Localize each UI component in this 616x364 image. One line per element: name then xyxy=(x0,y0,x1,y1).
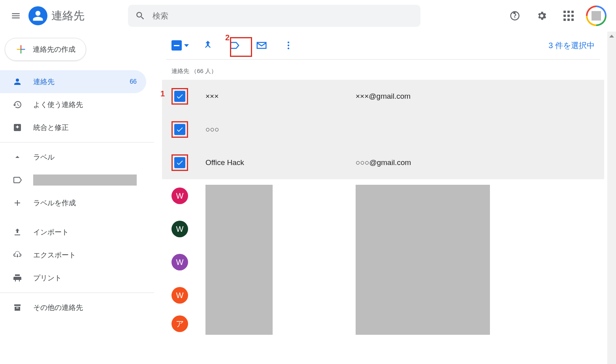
manage-labels-button[interactable] xyxy=(227,38,243,53)
svg-rect-1 xyxy=(21,49,25,50)
sidebar: 連絡先の作成 連絡先 66 よく使う連絡先 統合と修正 ラベル xyxy=(0,32,154,364)
main-menu-button[interactable] xyxy=(6,6,25,25)
label-icon xyxy=(13,175,22,185)
print-icon xyxy=(13,273,22,283)
sidebar-item-label: プリント xyxy=(33,273,62,283)
contact-list: ××× ×××@gmail.com ○○○ xyxy=(162,80,604,336)
sidebar-labels-header[interactable]: ラベル xyxy=(0,146,146,169)
sidebar-other-contacts[interactable]: その他の連絡先 xyxy=(0,296,146,319)
contact-row[interactable]: Office Hack ○○○@gmail.com xyxy=(162,146,604,179)
create-contact-button[interactable]: 連絡先の作成 xyxy=(5,38,86,61)
scroll-up-button[interactable] xyxy=(607,32,616,40)
merge-icon xyxy=(202,40,213,51)
avatar: W xyxy=(171,188,188,204)
header: 連絡先 xyxy=(0,0,616,32)
selection-count: 3 件を選択中 xyxy=(548,40,595,51)
help-icon xyxy=(509,10,520,21)
more-actions-button[interactable] xyxy=(281,38,296,53)
sidebar-item-label: ラベル xyxy=(33,152,55,162)
help-button[interactable] xyxy=(505,6,524,25)
divider xyxy=(0,293,154,293)
contact-row[interactable]: ××× ×××@gmail.com xyxy=(162,80,604,113)
app-logo xyxy=(28,6,47,25)
vertical-scrollbar[interactable] xyxy=(607,32,616,364)
label-outline-icon xyxy=(229,39,241,51)
sidebar-item-label: 統合と修正 xyxy=(33,123,69,132)
merge-fix-icon xyxy=(13,123,22,132)
contact-row[interactable]: ○○○ xyxy=(162,113,604,146)
sidebar-label-item[interactable] xyxy=(0,169,146,191)
apps-button[interactable] xyxy=(559,6,578,25)
create-contact-label: 連絡先の作成 xyxy=(33,45,75,54)
redacted-label xyxy=(33,174,137,186)
apps-grid-icon xyxy=(563,11,574,21)
avatar: W xyxy=(171,221,188,237)
mail-icon xyxy=(256,39,267,51)
select-all-toggle[interactable] xyxy=(171,40,189,51)
svg-rect-4 xyxy=(21,49,21,50)
gear-icon xyxy=(536,10,547,21)
svg-rect-0 xyxy=(21,45,21,49)
search-input[interactable] xyxy=(153,11,413,21)
sidebar-item-label: インポート xyxy=(33,227,69,237)
contact-name: ××× xyxy=(205,92,356,101)
contact-name: Office Hack xyxy=(205,158,356,167)
history-icon xyxy=(13,100,22,109)
indeterminate-checkbox-icon xyxy=(171,40,182,51)
triangle-up-icon xyxy=(609,35,614,38)
sidebar-item-label: その他の連絡先 xyxy=(33,303,83,312)
email-button[interactable] xyxy=(254,38,269,53)
sidebar-item-label: よく使う連絡先 xyxy=(33,100,83,109)
hamburger-icon xyxy=(11,11,21,21)
svg-point-5 xyxy=(288,41,289,43)
sidebar-item-label: ラベルを作成 xyxy=(33,198,76,208)
checkbox-checked-icon[interactable] xyxy=(174,157,185,168)
person-outline-icon xyxy=(13,77,22,86)
svg-point-6 xyxy=(288,45,289,46)
import-icon xyxy=(13,227,22,237)
main-content: 2 xyxy=(154,32,616,364)
svg-rect-2 xyxy=(21,50,21,53)
export-icon xyxy=(13,250,22,260)
app-title: 連絡先 xyxy=(51,8,85,23)
svg-rect-3 xyxy=(17,49,21,50)
person-icon xyxy=(32,10,44,22)
sidebar-export[interactable]: エクスポート xyxy=(0,244,146,266)
divider xyxy=(166,59,600,60)
sidebar-print[interactable]: プリント xyxy=(0,266,146,289)
contacts-count: 66 xyxy=(130,78,137,85)
sidebar-item-contacts[interactable]: 連絡先 66 xyxy=(0,70,146,93)
avatar xyxy=(592,11,601,21)
avatar: W xyxy=(171,287,188,304)
sidebar-import[interactable]: インポート xyxy=(0,221,146,244)
merge-button[interactable] xyxy=(200,38,216,53)
archive-icon xyxy=(13,303,22,312)
divider xyxy=(0,142,154,143)
caret-down-icon xyxy=(184,44,189,47)
search-box[interactable] xyxy=(128,5,420,27)
plus-small-icon xyxy=(13,198,22,208)
contact-name: ○○○ xyxy=(205,125,356,134)
settings-button[interactable] xyxy=(532,6,551,25)
checkbox-checked-icon[interactable] xyxy=(174,124,185,135)
sidebar-create-label[interactable]: ラベルを作成 xyxy=(0,191,146,214)
avatar: ア xyxy=(171,315,188,332)
avatar: W xyxy=(171,254,188,270)
redacted-emails-column xyxy=(356,185,490,335)
list-section-header: 連絡先 （66 人） xyxy=(162,63,604,80)
more-vert-icon xyxy=(283,40,294,51)
svg-point-7 xyxy=(288,47,289,49)
checkbox-checked-icon[interactable] xyxy=(174,91,185,102)
contact-email: ○○○@gmail.com xyxy=(356,158,411,167)
contact-email: ×××@gmail.com xyxy=(356,92,411,101)
sidebar-item-label: 連絡先 xyxy=(33,77,55,86)
sidebar-item-frequent[interactable]: よく使う連絡先 xyxy=(0,93,146,116)
search-icon xyxy=(135,11,145,21)
sidebar-item-merge[interactable]: 統合と修正 xyxy=(0,116,146,139)
plus-icon xyxy=(15,44,26,55)
selection-toolbar: 3 件を選択中 xyxy=(162,32,604,59)
sidebar-item-label: エクスポート xyxy=(33,250,76,260)
account-button[interactable] xyxy=(586,6,607,26)
redacted-names-column xyxy=(205,185,273,335)
chevron-up-icon xyxy=(13,152,22,162)
